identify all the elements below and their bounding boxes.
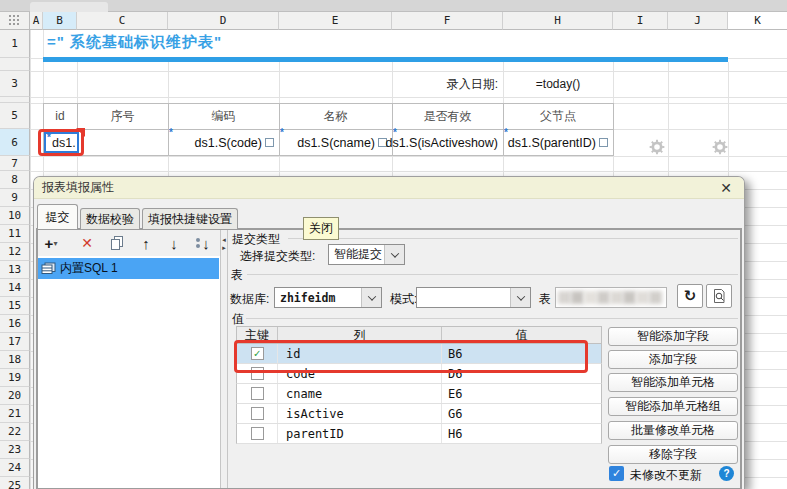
sort-arrow-icon: ↓ (202, 235, 210, 252)
row-header-10[interactable]: 10 (0, 207, 30, 225)
entry-date-label-cell[interactable]: 录入日期: (392, 71, 498, 97)
select-all-corner[interactable] (0, 12, 30, 30)
row-header-13[interactable]: 13 (0, 261, 30, 279)
row-header-11[interactable]: 11 (0, 225, 30, 243)
report-fill-properties-dialog: 报表填报属性 ✕ 提交 数据校验 填报快捷键设置 +▾ ✕ ↑ (33, 176, 745, 489)
chevron-down-icon[interactable] (510, 288, 530, 307)
field-action-button-6[interactable]: 移除字段 (608, 445, 738, 464)
field-action-button-4[interactable]: 智能添加单元格组 (608, 397, 738, 416)
close-icon[interactable]: ✕ (716, 179, 736, 197)
chevron-down-icon[interactable] (361, 288, 381, 307)
preview-button[interactable] (706, 284, 732, 308)
value-table-row-cname[interactable]: cnameE6 (236, 384, 602, 404)
primary-key-checkbox[interactable] (251, 427, 264, 440)
entry-date-formula-cell[interactable]: =today() (503, 71, 613, 97)
row-header-18[interactable]: 18 (0, 351, 30, 369)
no-update-checkbox[interactable]: ✓ (609, 466, 624, 481)
panel-splitter[interactable]: ◂ ▸ (220, 230, 228, 488)
row-header-21[interactable]: 21 (0, 405, 30, 423)
value-table-row-isActive[interactable]: isActiveG6 (236, 404, 602, 424)
field-action-button-1[interactable]: 智能添加字段 (608, 327, 738, 346)
table-header-cell-序号[interactable]: 序号 (77, 103, 168, 129)
sort-button[interactable]: ↓ (192, 232, 214, 254)
arrow-up-icon: ↑ (142, 235, 150, 252)
row-header-r2[interactable] (0, 58, 30, 71)
row-header-25[interactable]: 25 (0, 477, 30, 489)
value-table-row-parentID[interactable]: parentIDH6 (236, 424, 602, 444)
formula-cell-F6[interactable]: *ds1.S(isActiveshow) (392, 129, 503, 156)
move-down-button[interactable]: ↓ (166, 232, 182, 254)
column-header-B[interactable]: B (43, 12, 77, 30)
column-header-D[interactable]: D (168, 12, 279, 30)
database-value: zhifeidm (275, 288, 361, 307)
primary-key-checkbox[interactable] (251, 367, 264, 380)
field-action-button-5[interactable]: 批量修改单元格 (608, 421, 738, 440)
copy-dataset-button[interactable] (108, 232, 126, 254)
primary-key-checkbox[interactable] (251, 407, 264, 420)
table-header-cell-编码[interactable]: 编码 (168, 103, 279, 129)
table-header-cell-父节点[interactable]: 父节点 (503, 103, 613, 129)
refresh-button[interactable]: ↻ (677, 284, 703, 308)
cell-ref-cell: E6 (442, 384, 601, 403)
row-header-5[interactable]: 5 (0, 103, 30, 129)
value-table-row-id[interactable]: ✓idB6 (236, 344, 602, 364)
chevron-down-icon[interactable] (384, 245, 404, 264)
row-header-9[interactable]: 9 (0, 189, 30, 207)
move-up-button[interactable]: ↑ (138, 232, 154, 254)
row-header-17[interactable]: 17 (0, 333, 30, 351)
column-header-A[interactable]: A (30, 12, 43, 30)
row-header-20[interactable]: 20 (0, 387, 30, 405)
gear-icon[interactable] (712, 139, 728, 155)
column-header-I[interactable]: I (613, 12, 668, 30)
gear-icon[interactable] (649, 139, 665, 155)
formula-cell-E6[interactable]: *ds1.S(cname) (279, 129, 392, 156)
row-header-1[interactable]: 1 (0, 30, 30, 58)
column-header-E[interactable]: E (279, 12, 392, 30)
tab-submit[interactable]: 提交 (37, 204, 78, 229)
dialog-titlebar[interactable]: 报表填报属性 ✕ (34, 177, 744, 199)
formula-cell-H6[interactable]: *ds1.S(parentID) (503, 129, 613, 156)
row-header-16[interactable]: 16 (0, 315, 30, 333)
row-header-7[interactable]: 7 (0, 156, 30, 171)
database-dropdown[interactable]: zhifeidm (274, 287, 382, 308)
close-tooltip: 关闭 (303, 217, 339, 240)
row-header-6[interactable]: 6 (0, 129, 30, 156)
dataset-item-selected[interactable]: 内置SQL 1 (38, 258, 219, 279)
table-header-cell-是否有效[interactable]: 是否有效 (392, 103, 503, 129)
tab-data-validation[interactable]: 数据校验 (80, 208, 140, 229)
row-header-14[interactable]: 14 (0, 279, 30, 297)
row-header-15[interactable]: 15 (0, 297, 30, 315)
column-name-cell: parentID (278, 424, 442, 443)
primary-key-checkbox[interactable]: ✓ (251, 347, 264, 360)
row-header-22[interactable]: 22 (0, 423, 30, 441)
table-header-cell-id[interactable]: id (43, 103, 77, 129)
primary-key-checkbox[interactable] (251, 387, 264, 400)
column-name-cell: cname (278, 384, 442, 403)
row-header-12[interactable]: 12 (0, 243, 30, 261)
red-triangle-marker (76, 128, 85, 137)
submit-type-dropdown[interactable]: 智能提交 (328, 244, 405, 265)
row-header-3[interactable]: 3 (0, 71, 30, 97)
field-action-button-2[interactable]: 添加字段 (608, 350, 738, 369)
column-header-C[interactable]: C (77, 12, 168, 30)
column-header-K[interactable]: K (728, 12, 787, 30)
add-dataset-button[interactable]: +▾ (40, 232, 62, 254)
table-name-field-masked[interactable] (555, 287, 667, 308)
help-icon[interactable]: ? (719, 466, 734, 481)
schema-dropdown[interactable] (416, 287, 531, 308)
row-header-24[interactable]: 24 (0, 459, 30, 477)
row-header-23[interactable]: 23 (0, 441, 30, 459)
field-action-button-3[interactable]: 智能添加单元格 (608, 373, 738, 392)
chevron-down-icon: ▾ (53, 239, 57, 248)
row-header-8[interactable]: 8 (0, 171, 30, 189)
value-table-row-code[interactable]: codeD6 (236, 364, 602, 384)
table-header-cell-名称[interactable]: 名称 (279, 103, 392, 129)
column-header-J[interactable]: J (668, 12, 728, 30)
report-title-cell[interactable]: =" 系统基础标识维护表" (47, 33, 647, 57)
tab-shortcut-settings[interactable]: 填报快捷键设置 (142, 208, 238, 229)
column-header-H[interactable]: H (503, 12, 613, 30)
row-header-19[interactable]: 19 (0, 369, 30, 387)
column-header-F[interactable]: F (392, 12, 503, 30)
delete-dataset-button[interactable]: ✕ (78, 232, 96, 254)
formula-cell-D6[interactable]: *ds1.S(code) (168, 129, 279, 156)
